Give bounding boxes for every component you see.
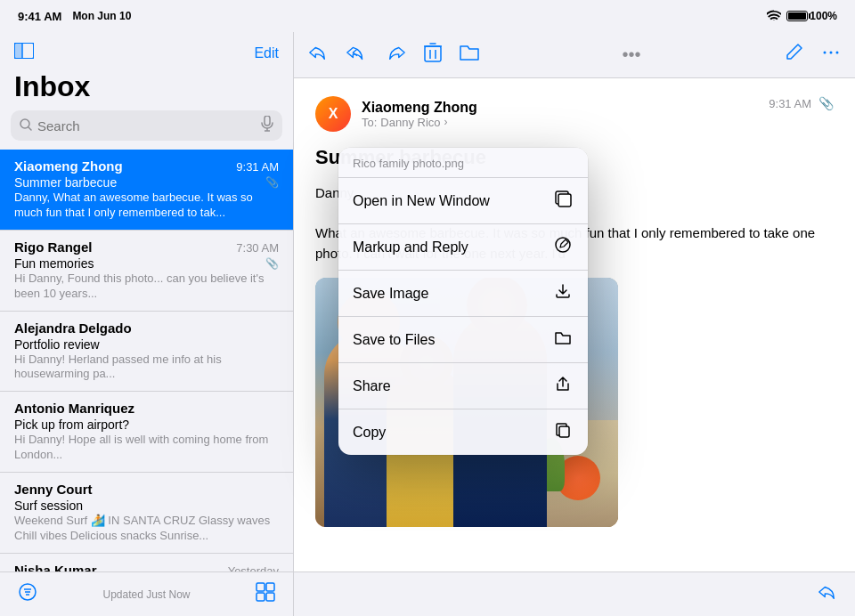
svg-rect-15: [266, 593, 274, 601]
search-input[interactable]: [37, 118, 256, 134]
sidebar-bottom: Updated Just Now: [0, 571, 293, 616]
mail-subject: Portfolio review: [14, 337, 100, 352]
mail-item[interactable]: Antonio Manriquez Pick up from airport? …: [0, 392, 293, 473]
search-icon: [20, 118, 32, 134]
svg-rect-0: [14, 43, 22, 59]
battery-icon: 100%: [786, 10, 837, 22]
context-menu-label-markup: Markup and Reply: [353, 239, 468, 255]
mail-preview: Danny, What an awesome barbecue. It was …: [14, 190, 279, 221]
mail-item[interactable]: Jenny Court Surf session Weekend Surf 🏄 …: [0, 473, 293, 554]
sidebar-toggle-button[interactable]: [14, 43, 34, 63]
mail-preview: Weekend Surf 🏄 IN SANTA CRUZ Glassy wave…: [14, 514, 279, 544]
filter-button[interactable]: [18, 582, 37, 606]
svg-rect-24: [558, 194, 571, 207]
context-menu-label-save-files: Save to Files: [353, 332, 435, 348]
mail-time: 9:31 AM: [236, 160, 279, 174]
svg-rect-5: [265, 116, 270, 126]
context-menu-item-copy[interactable]: Copy: [338, 409, 588, 455]
mail-subject: Surf session: [14, 498, 83, 513]
svg-rect-14: [256, 593, 265, 601]
mail-item[interactable]: Xiaomeng Zhong 9:31 AM Summer barbecue 📎…: [0, 150, 293, 231]
content-area: •••: [294, 32, 855, 616]
attachment-icon: 📎: [265, 257, 279, 270]
svg-rect-13: [266, 583, 274, 591]
mail-sender: Rigo Rangel: [14, 239, 93, 255]
wifi-icon: [767, 10, 781, 23]
mail-sender: Nisha Kumar: [14, 563, 97, 571]
mail-subject: Summer barbecue: [14, 175, 117, 190]
context-menu-item-save-files[interactable]: Save to Files: [338, 317, 588, 363]
status-date: Mon Jun 10: [72, 10, 131, 22]
context-menu-label-share: Share: [353, 378, 391, 394]
mail-sender: Xiaomeng Zhong: [14, 158, 123, 174]
context-menu: Rico family photo.png Open in New Window…: [338, 148, 588, 455]
save-to-files-icon: [552, 328, 574, 351]
context-menu-item-markup[interactable]: Markup and Reply: [338, 224, 588, 271]
battery-percent: 100%: [810, 10, 837, 22]
copy-icon: [552, 421, 574, 443]
folders-button[interactable]: [256, 582, 275, 606]
context-menu-item-open[interactable]: Open in New Window: [338, 178, 588, 224]
mail-subject: Fun memories: [14, 256, 94, 271]
mail-time: Yesterday: [228, 564, 279, 571]
mic-icon[interactable]: [261, 116, 273, 135]
search-bar: [11, 110, 282, 141]
svg-rect-26: [559, 426, 569, 437]
inbox-title: Inbox: [0, 70, 293, 110]
context-menu-label-save-image: Save Image: [353, 286, 428, 302]
status-icons: 100%: [767, 10, 837, 23]
share-icon: [552, 375, 574, 397]
mail-list: Xiaomeng Zhong 9:31 AM Summer barbecue 📎…: [0, 150, 293, 571]
main-container: Edit Inbox: [0, 32, 855, 616]
sidebar-toolbar: Edit: [0, 32, 293, 70]
mail-preview: Hi Danny, Found this photo... can you be…: [14, 272, 279, 302]
context-menu-overlay: Rico family photo.png Open in New Window…: [294, 32, 855, 616]
open-new-window-icon: [552, 190, 574, 212]
markup-reply-icon: [552, 236, 574, 258]
status-time: 9:41 AM: [18, 10, 61, 23]
mail-sender: Alejandra Delgado: [14, 320, 132, 336]
svg-line-4: [28, 127, 31, 130]
svg-rect-12: [256, 583, 265, 591]
updated-text: Updated Just Now: [102, 588, 190, 601]
attachment-icon: 📎: [265, 176, 279, 189]
mail-time: 7:30 AM: [236, 241, 279, 255]
context-menu-label-open: Open in New Window: [353, 193, 490, 209]
svg-point-25: [556, 238, 570, 252]
edit-button[interactable]: Edit: [254, 45, 279, 61]
status-bar: 9:41 AM Mon Jun 10 100%: [0, 0, 855, 32]
mail-subject: Pick up from airport?: [14, 417, 129, 432]
sidebar: Edit Inbox: [0, 32, 294, 616]
mail-item[interactable]: Nisha Kumar Yesterday Sunday brunch Hey …: [0, 554, 293, 571]
context-menu-item-share[interactable]: Share: [338, 363, 588, 409]
mail-sender: Antonio Manriquez: [14, 401, 134, 416]
mail-preview: Hi Danny! Herland passed me info at his …: [14, 353, 279, 383]
mail-item[interactable]: Rigo Rangel 7:30 AM Fun memories 📎 Hi Da…: [0, 231, 293, 312]
mail-item[interactable]: Alejandra Delgado Portfolio review Hi Da…: [0, 312, 293, 393]
mail-sender: Jenny Court: [14, 482, 93, 497]
context-menu-filename: Rico family photo.png: [338, 148, 588, 178]
context-menu-item-save-image[interactable]: Save Image: [338, 271, 588, 317]
mail-preview: Hi Danny! Hope all is well with coming h…: [14, 433, 279, 463]
context-menu-label-copy: Copy: [353, 425, 386, 441]
save-image-icon: [552, 282, 574, 304]
